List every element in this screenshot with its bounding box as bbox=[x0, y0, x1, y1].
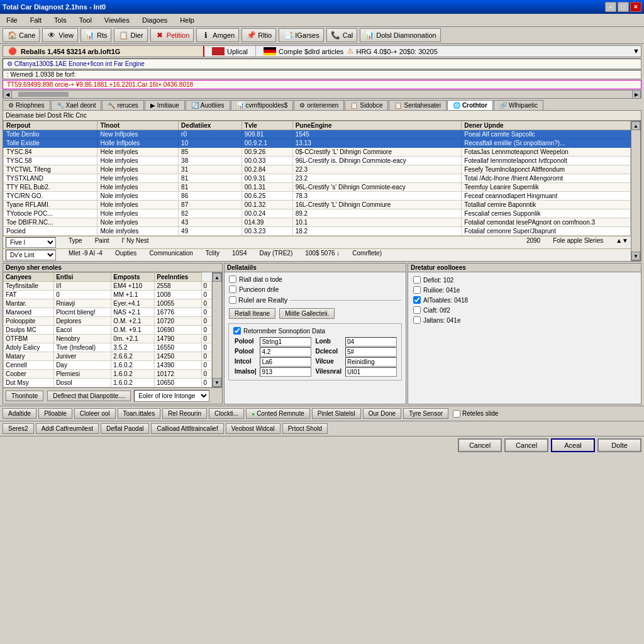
toan-button[interactable]: Toan.ittales bbox=[118, 408, 161, 419]
form-value[interactable]: 5# bbox=[345, 347, 397, 357]
plloable-button[interactable]: Plloable bbox=[38, 408, 72, 419]
form-value[interactable]: 913 bbox=[260, 367, 311, 377]
menu-viewlies[interactable]: Viewlies bbox=[101, 15, 133, 25]
menu-diagoes[interactable]: Diagoes bbox=[138, 15, 171, 25]
tool-view[interactable]: 👁 View bbox=[42, 28, 78, 42]
menu-tols[interactable]: Tols bbox=[50, 15, 70, 25]
vertical-scrollbar-inner[interactable]: ▲ ▼ bbox=[212, 272, 222, 387]
right-panel-checkbox[interactable] bbox=[413, 286, 421, 294]
menu-help[interactable]: Help bbox=[176, 15, 198, 25]
minimize-button[interactable]: – bbox=[605, 2, 616, 12]
checkbox-rulel[interactable] bbox=[229, 296, 236, 304]
form-value[interactable]: UI01 bbox=[345, 367, 397, 377]
right-panel-checkbox[interactable] bbox=[413, 316, 421, 324]
table-row[interactable]: Toe DBIFR.NC...Nole imfyoles43014.3910.1… bbox=[4, 218, 631, 227]
inner-scroll-up[interactable]: ▲ bbox=[213, 273, 221, 282]
form-value[interactable]: 04 bbox=[345, 337, 397, 347]
tool-rltio[interactable]: 📌 Rltio bbox=[242, 28, 276, 42]
table-row[interactable]: TTY REL Bub2.Hole imfyoles8100.1.3196L-C… bbox=[4, 183, 631, 192]
prtoct-button[interactable]: Prtoct Shold bbox=[282, 423, 328, 434]
tab-cvmft[interactable]: 📊 cvmftipooldes$ bbox=[231, 100, 294, 110]
tool-petition[interactable]: ✖ Petition bbox=[150, 28, 194, 42]
pinlet-button[interactable]: Pinlet Slatelsl bbox=[312, 408, 361, 419]
scroll-right-arrow[interactable]: ▶ bbox=[632, 90, 641, 99]
tab-xael[interactable]: 🔧 Xael deont bbox=[51, 100, 102, 110]
deflnect-button[interactable]: Deflnect that Dianpotite.... bbox=[47, 391, 131, 401]
form-value[interactable]: Reinidling bbox=[345, 357, 397, 367]
horizontal-scrollbar[interactable]: ◀ ▶ bbox=[3, 90, 641, 99]
veobost-button[interactable]: Veobost Widcal bbox=[226, 423, 280, 434]
tyre-button[interactable]: Tyre Sensor bbox=[403, 408, 448, 419]
list-item[interactable]: Mantar.RniavjiEyer.+4.1100550 bbox=[4, 299, 212, 308]
form-value[interactable]: La6 bbox=[260, 357, 311, 367]
scroll-up-arrow[interactable]: ▲ bbox=[631, 121, 640, 130]
tool-dolsl[interactable]: 📊 Dolsl Diamnonation bbox=[360, 28, 440, 42]
right-panel-checkbox[interactable] bbox=[413, 276, 421, 284]
scroll-thumb[interactable] bbox=[18, 92, 69, 97]
tab-onteri[interactable]: ⚙ onteriemen bbox=[294, 100, 344, 110]
miitle-button[interactable]: Miitle Gallecteii. bbox=[279, 308, 335, 319]
list-item[interactable]: PolooppiteDeploresO.M. +2.1107200 bbox=[4, 317, 212, 326]
form-value[interactable]: Strlng1 bbox=[260, 337, 311, 347]
table-row[interactable]: TYC/RN GO.Nole imfyoles8600.6.2578.3Fece… bbox=[4, 192, 631, 201]
info-dropdown[interactable]: ▼ bbox=[631, 46, 641, 57]
conted-button[interactable]: Conted Remnute bbox=[246, 408, 309, 419]
vertical-scrollbar-main[interactable]: ▲ ▼ bbox=[631, 121, 641, 261]
tool-rts[interactable]: 📊 Rts bbox=[80, 28, 112, 42]
checkbox-riall[interactable] bbox=[229, 275, 236, 283]
tab-sentah[interactable]: 📋 Sentahesatei bbox=[389, 100, 446, 110]
list-item[interactable]: TeyfinsitalleI/IEM4 +11025580 bbox=[4, 282, 212, 291]
list-item[interactable]: CooberPlemiesi1.6.0.2101720 bbox=[4, 370, 212, 379]
form-value[interactable]: 4.2 bbox=[260, 347, 311, 357]
tool-dier[interactable]: 📋 Dier bbox=[114, 28, 147, 42]
list-item[interactable]: CennellDay1.6.0.2143900 bbox=[4, 361, 212, 370]
list-item[interactable]: Dsulps MCEacolO.M. +9.1106900 bbox=[4, 326, 212, 335]
delete-button[interactable]: Dolte bbox=[597, 438, 641, 452]
footer-dropdown-1[interactable]: Five l bbox=[6, 237, 56, 248]
table-row[interactable]: TYSC.84Hele imfyoles8500.9.260$-CCrestif… bbox=[4, 148, 631, 157]
tool-amgen[interactable]: ℹ Amgen bbox=[196, 28, 239, 42]
addl-button[interactable]: Addl Catfreurnilest bbox=[36, 423, 99, 434]
right-panel-checkbox[interactable] bbox=[413, 306, 421, 314]
inner-scroll-down[interactable]: ▼ bbox=[213, 378, 221, 387]
tool-cal[interactable]: 📞 Cal bbox=[326, 28, 358, 42]
cancel2-button[interactable]: Cancel bbox=[504, 438, 548, 452]
cancel1-button[interactable]: Cancel bbox=[458, 438, 502, 452]
table-row[interactable]: TYCTWL TifengHole imfyoles3100.2.8422.3F… bbox=[4, 165, 631, 174]
maximize-button[interactable]: □ bbox=[618, 2, 629, 12]
list-item[interactable]: Dut MsyDosol1.6.0.2106500 bbox=[4, 379, 212, 387]
checkbox-retorn-input[interactable] bbox=[233, 327, 241, 335]
table-row[interactable]: TYSTXLANDHele imfyoles8100.9.3123.2Total… bbox=[4, 174, 631, 183]
list-item[interactable]: Adoly EalicyTive (Insfeoal)3.5.2165500 bbox=[4, 343, 212, 352]
thonhote-button[interactable]: Thonhote bbox=[6, 391, 43, 401]
list-item[interactable]: OTFBMNenobry0m. +2.1147900 bbox=[4, 335, 212, 343]
eoler-dropdown[interactable]: Eoler of lore Intonge bbox=[134, 390, 209, 402]
scroll-left-arrow[interactable]: ◀ bbox=[3, 90, 12, 99]
checkbox-puncieon[interactable] bbox=[229, 286, 236, 293]
menu-file[interactable]: File bbox=[3, 15, 21, 25]
tool-cane[interactable]: 🏠 Cane bbox=[3, 28, 40, 42]
right-panel-checkbox[interactable] bbox=[413, 296, 421, 304]
tab-rriophnes[interactable]: ⚙ Rriophnes bbox=[3, 100, 50, 110]
close-button[interactable]: ✕ bbox=[630, 2, 641, 12]
scroll-track[interactable] bbox=[12, 92, 632, 97]
scroll-down-arrow[interactable]: ▼ bbox=[631, 252, 640, 260]
table-row[interactable]: Tolle ExistleHolle Inflpoles1000.9.2.113… bbox=[4, 139, 631, 148]
tab-imitiaue[interactable]: ▶ Imitiaue bbox=[145, 100, 185, 110]
table-row[interactable]: PociedMole imfyoles4900.3.2318.2Fotaliaf… bbox=[4, 227, 631, 236]
list-item[interactable]: MataryJuniver2.6.6.2142500 bbox=[4, 352, 212, 361]
our-button[interactable]: Our Done bbox=[363, 408, 401, 419]
menu-falt[interactable]: Falt bbox=[26, 15, 45, 25]
footer-dropdown-2[interactable]: Dv'e Lint bbox=[6, 250, 56, 260]
table-row[interactable]: TYSC.58Hole imfyoles3800.0.3396L-Crestif… bbox=[4, 157, 631, 165]
aceal-button[interactable]: Aceal bbox=[551, 438, 595, 452]
adaltide-button[interactable]: Adaltide bbox=[3, 408, 36, 419]
tab-auotliies[interactable]: 🔄 Auotliies bbox=[186, 100, 230, 110]
menu-tool[interactable]: Tool bbox=[75, 15, 96, 25]
tab-crothtor[interactable]: 🌐 Crothtor bbox=[447, 100, 493, 110]
table-row[interactable]: Tyane RFLAMI.Hole imfyoles8700.1.3216L-C… bbox=[4, 201, 631, 209]
seres-button[interactable]: Seres2 bbox=[3, 423, 34, 434]
table-row[interactable]: Totle DenlioNew Inflpolesr0909.811545Poe… bbox=[4, 130, 631, 139]
reteles-checkbox[interactable] bbox=[453, 410, 460, 418]
retall-button[interactable]: Retall Iteane bbox=[229, 308, 275, 319]
